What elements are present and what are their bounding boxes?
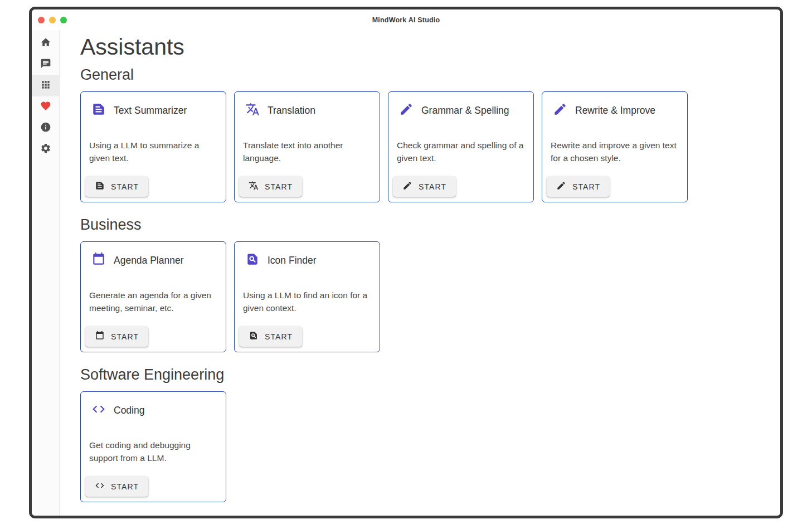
cards-row-software-engineering: Coding Get coding and debugging support …	[80, 391, 780, 502]
sidebar-item-assistants[interactable]	[32, 75, 59, 96]
pencil-icon	[553, 102, 567, 119]
start-icon-finder-button[interactable]: START	[239, 326, 302, 347]
start-button-label: START	[265, 182, 293, 191]
cards-row-general: Text Summarizer Using a LLM to summarize…	[80, 91, 780, 202]
pencil-icon	[556, 181, 566, 192]
minimize-window-button[interactable]	[49, 17, 56, 23]
start-rewrite-improve-button[interactable]: START	[547, 176, 610, 197]
maximize-window-button[interactable]	[60, 17, 67, 23]
card-title: Icon Finder	[268, 255, 317, 266]
calendar-icon	[95, 331, 105, 342]
sidebar-item-favorites[interactable]	[32, 96, 59, 118]
card-description: Translate text into another language.	[243, 139, 375, 164]
card-title: Rewrite & Improve	[575, 105, 655, 117]
card-description: Rewrite and improve a given text for a c…	[551, 139, 682, 164]
card-agenda-planner: Agenda Planner Generate an agenda for a …	[80, 241, 226, 352]
icon-search-icon	[245, 252, 260, 269]
code-icon	[91, 402, 106, 419]
calendar-icon	[91, 252, 106, 269]
sidebar-item-chats[interactable]	[32, 54, 59, 75]
pencil-icon	[399, 102, 414, 119]
info-icon	[40, 122, 51, 135]
card-translation: Translation Translate text into another …	[234, 91, 380, 202]
pencil-icon	[402, 181, 412, 192]
heart-icon	[40, 100, 51, 114]
window-title: MindWork AI Studio	[372, 16, 440, 24]
start-text-summarizer-button[interactable]: START	[85, 176, 148, 197]
card-title: Agenda Planner	[114, 255, 184, 266]
page-title: Assistants	[80, 34, 780, 60]
start-button-label: START	[111, 332, 139, 341]
start-agenda-planner-button[interactable]: START	[85, 326, 148, 347]
home-icon	[40, 37, 51, 50]
start-coding-button[interactable]: START	[85, 476, 148, 497]
start-button-label: START	[111, 182, 139, 191]
translate-icon	[245, 102, 260, 119]
start-grammar-spelling-button[interactable]: START	[393, 176, 456, 197]
text-snippet-icon	[95, 181, 105, 192]
card-title: Coding	[114, 405, 144, 416]
apps-grid-icon	[40, 79, 51, 93]
start-translation-button[interactable]: START	[239, 176, 302, 197]
app-window: MindWork AI Studio Assistants	[29, 7, 783, 518]
icon-search-icon	[249, 331, 259, 342]
card-description: Generate an agenda for a given meeting, …	[89, 289, 221, 314]
chat-icon	[40, 58, 51, 71]
start-button-label: START	[419, 182, 446, 191]
card-text-summarizer: Text Summarizer Using a LLM to summarize…	[80, 91, 226, 202]
card-grammar-spelling: Grammar & Spelling Check grammar and spe…	[388, 91, 534, 202]
section-title-general: General	[80, 66, 780, 84]
card-description: Check grammar and spelling of a given te…	[397, 139, 528, 164]
settings-gear-icon	[40, 143, 51, 156]
section-title-business: Business	[80, 216, 780, 234]
titlebar: MindWork AI Studio	[32, 9, 780, 30]
card-title: Grammar & Spelling	[421, 105, 509, 117]
card-rewrite-improve: Rewrite & Improve Rewrite and improve a …	[542, 91, 688, 202]
card-icon-finder: Icon Finder Using a LLM to find an icon …	[234, 241, 380, 352]
sidebar-item-home[interactable]	[32, 33, 59, 54]
card-coding: Coding Get coding and debugging support …	[80, 391, 226, 502]
code-icon	[95, 481, 105, 492]
sidebar-item-settings[interactable]	[32, 139, 59, 160]
card-description: Using a LLM to summarize a given text.	[89, 139, 221, 164]
card-title: Text Summarizer	[114, 105, 187, 117]
card-description: Using a LLM to find an icon for a given …	[243, 289, 375, 314]
sidebar	[32, 30, 60, 516]
start-button-label: START	[265, 332, 293, 341]
section-title-software-engineering: Software Engineering	[80, 366, 780, 384]
start-button-label: START	[111, 482, 139, 491]
card-description: Get coding and debugging support from a …	[89, 439, 221, 464]
close-window-button[interactable]	[38, 17, 45, 23]
start-button-label: START	[572, 182, 600, 191]
main-content: Assistants General Text Summarizer Using…	[60, 30, 780, 516]
text-snippet-icon	[91, 102, 106, 119]
card-title: Translation	[268, 105, 315, 117]
traffic-lights	[38, 9, 67, 30]
sidebar-item-about[interactable]	[32, 118, 59, 139]
cards-row-business: Agenda Planner Generate an agenda for a …	[80, 241, 780, 352]
translate-icon	[249, 181, 259, 192]
